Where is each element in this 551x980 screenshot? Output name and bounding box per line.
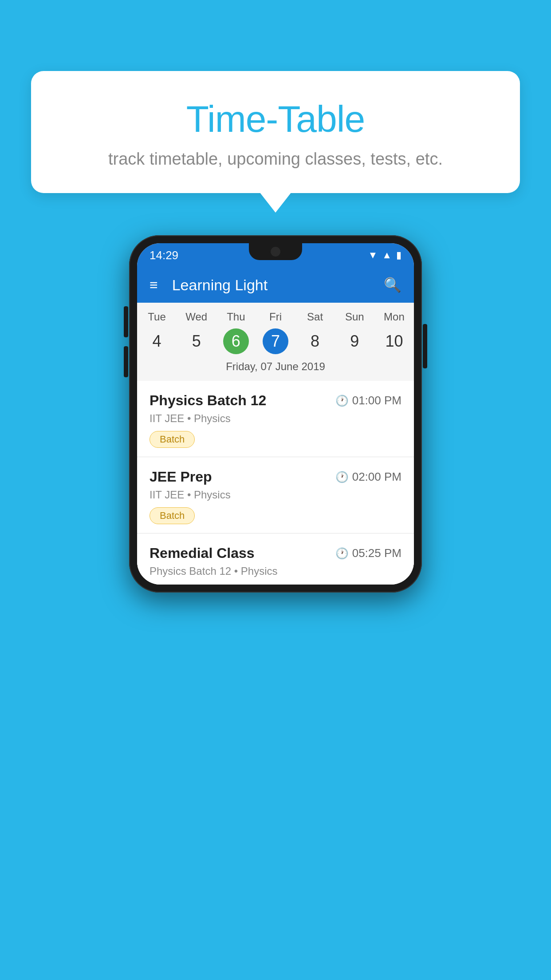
date-num-8: 8 (302, 328, 328, 354)
tooltip-subtitle: track timetable, upcoming classes, tests… (58, 150, 493, 169)
item-time-value-3: 05:25 PM (352, 546, 401, 560)
date-cell-5[interactable]: 5 (177, 328, 216, 354)
app-bar: ≡ Learning Light 🔍 (137, 267, 414, 303)
date-num-10: 10 (381, 328, 407, 354)
item-time-value-1: 01:00 PM (352, 394, 401, 407)
schedule-item-jee-prep[interactable]: JEE Prep 🕐 02:00 PM IIT JEE • Physics Ba… (137, 457, 414, 533)
date-cell-4[interactable]: 4 (137, 328, 177, 354)
phone-notch (249, 243, 302, 260)
date-cell-8[interactable]: 8 (295, 328, 335, 354)
item-header-2: JEE Prep 🕐 02:00 PM (150, 469, 401, 485)
day-name-wed: Wed (185, 311, 207, 323)
calendar-section: Tue Wed Thu Fri Sat Sun Mon 4 5 6 7 8 9 … (137, 303, 414, 379)
day-col-thu: Thu (216, 311, 256, 323)
day-col-wed: Wed (177, 311, 216, 323)
schedule-item-physics-batch[interactable]: Physics Batch 12 🕐 01:00 PM IIT JEE • Ph… (137, 381, 414, 457)
power-button (423, 324, 427, 368)
phone-frame: 14:29 ▼ ▲ ▮ ≡ Learning Light 🔍 Tue Wed T… (129, 235, 422, 593)
status-icons: ▼ ▲ ▮ (368, 249, 401, 261)
wifi-icon: ▼ (368, 249, 378, 261)
item-subtitle-1: IIT JEE • Physics (150, 412, 401, 425)
item-header-3: Remedial Class 🕐 05:25 PM (150, 545, 401, 561)
date-cell-10[interactable]: 10 (374, 328, 414, 354)
date-row: 4 5 6 7 8 9 10 (137, 326, 414, 357)
day-name-mon: Mon (384, 311, 405, 323)
date-cell-7[interactable]: 7 (256, 328, 295, 354)
tooltip-card: Time-Table track timetable, upcoming cla… (31, 71, 520, 193)
day-name-tue: Tue (148, 311, 165, 323)
day-name-sat: Sat (307, 311, 323, 323)
item-name-1: Physics Batch 12 (150, 392, 266, 409)
volume-up-button (124, 306, 128, 337)
day-name-sun: Sun (345, 311, 364, 323)
schedule-container: Physics Batch 12 🕐 01:00 PM IIT JEE • Ph… (137, 381, 414, 585)
date-num-4: 4 (144, 328, 170, 354)
item-time-1: 🕐 01:00 PM (335, 394, 401, 407)
date-cell-9[interactable]: 9 (335, 328, 374, 354)
item-subtitle-3: Physics Batch 12 • Physics (150, 565, 401, 577)
front-camera (271, 247, 280, 257)
day-col-sun: Sun (335, 311, 374, 323)
schedule-item-remedial[interactable]: Remedial Class 🕐 05:25 PM Physics Batch … (137, 533, 414, 585)
date-num-9: 9 (342, 328, 367, 354)
batch-badge-2: Batch (150, 507, 195, 524)
item-time-3: 🕐 05:25 PM (335, 546, 401, 560)
clock-icon-1: 🕐 (335, 395, 349, 407)
battery-icon: ▮ (396, 249, 401, 261)
selected-date-label: Friday, 07 June 2019 (137, 357, 414, 379)
date-cell-6[interactable]: 6 (216, 328, 256, 354)
clock-icon-3: 🕐 (335, 547, 349, 560)
day-headers: Tue Wed Thu Fri Sat Sun Mon (137, 303, 414, 326)
app-title: Learning Light (172, 277, 375, 294)
day-name-fri: Fri (269, 311, 282, 323)
item-name-2: JEE Prep (150, 469, 212, 485)
signal-icon: ▲ (382, 249, 392, 261)
item-time-2: 🕐 02:00 PM (335, 470, 401, 484)
day-col-fri: Fri (256, 311, 295, 323)
day-name-thu: Thu (227, 311, 245, 323)
clock-icon-2: 🕐 (335, 471, 349, 483)
batch-badge-1: Batch (150, 431, 195, 448)
date-num-6: 6 (223, 328, 249, 354)
tooltip-title: Time-Table (58, 98, 493, 141)
date-num-7: 7 (263, 328, 288, 354)
status-time: 14:29 (150, 249, 178, 262)
item-subtitle-2: IIT JEE • Physics (150, 489, 401, 501)
phone-screen: 14:29 ▼ ▲ ▮ ≡ Learning Light 🔍 Tue Wed T… (137, 243, 414, 585)
volume-down-button (124, 346, 128, 377)
search-icon[interactable]: 🔍 (384, 277, 401, 293)
day-col-sat: Sat (295, 311, 335, 323)
phone-mockup: 14:29 ▼ ▲ ▮ ≡ Learning Light 🔍 Tue Wed T… (129, 235, 422, 593)
item-name-3: Remedial Class (150, 545, 255, 561)
hamburger-icon[interactable]: ≡ (150, 278, 158, 292)
item-time-value-2: 02:00 PM (352, 470, 401, 484)
day-col-tue: Tue (137, 311, 177, 323)
item-header-1: Physics Batch 12 🕐 01:00 PM (150, 392, 401, 409)
day-col-mon: Mon (374, 311, 414, 323)
date-num-5: 5 (184, 328, 209, 354)
